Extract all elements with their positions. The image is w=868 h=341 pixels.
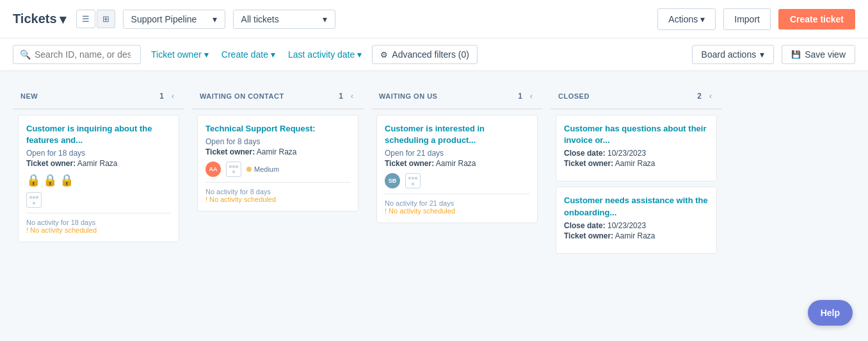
title-dropdown-arrow[interactable]: ▾ (60, 12, 66, 27)
grid-icon (405, 173, 421, 188)
board-view-btn[interactable]: ⊞ (97, 10, 115, 28)
last-activity-filter[interactable]: Last activity date ▾ (285, 46, 364, 63)
list-view-btn[interactable]: ☰ (76, 10, 95, 28)
card-close-date: Close date: 10/23/2023 (564, 149, 709, 158)
ticket-card[interactable]: Customer is inquiring about the features… (18, 115, 179, 242)
actions-button[interactable]: Actions ▾ (657, 8, 716, 30)
column-title-new: NEW (20, 92, 159, 100)
search-input[interactable] (35, 49, 131, 60)
pipeline-select[interactable]: Support Pipeline ▾ (123, 10, 225, 29)
column-header-waiting_on_us: WAITING ON US1‹ (371, 84, 543, 110)
column-count-new: 1 (159, 92, 164, 101)
avatar: AA (205, 162, 221, 177)
ticket-card[interactable]: Technical Support Request:Open for 8 day… (197, 115, 358, 212)
column-title-waiting_on_us: WAITING ON US (379, 92, 518, 100)
import-button[interactable]: Import (723, 8, 771, 30)
ticket-owner-filter[interactable]: Ticket owner ▾ (149, 46, 211, 63)
card-no-activity: No activity for 8 days (205, 188, 350, 195)
column-header-closed: CLOSED2‹ (551, 84, 722, 110)
card-no-scheduled: ! No activity scheduled (385, 207, 529, 215)
filter-bar: 🔍 Ticket owner ▾ Create date ▾ Last acti… (0, 38, 868, 71)
collapse-btn-closed[interactable]: ‹ (707, 90, 714, 102)
card-owner: Ticket owner: Aamir Raza (26, 159, 171, 168)
card-footer (26, 192, 171, 208)
card-no-scheduled: ! No activity scheduled (205, 195, 350, 203)
card-title[interactable]: Customer is inquiring about the features… (26, 123, 171, 146)
card-open-days: Open for 21 days (385, 149, 529, 158)
ticket-card[interactable]: Customer needs assistance with the onboa… (556, 187, 717, 253)
create-ticket-button[interactable]: Create ticket (778, 9, 855, 29)
ticket-card[interactable]: Customer has questions about their invoi… (556, 115, 717, 181)
filter-icon: ⚙ (380, 50, 388, 60)
card-locks: 🔒🔒🔒 (26, 173, 171, 187)
search-icon: 🔍 (20, 49, 31, 60)
cards-closed: Customer has questions about their invoi… (551, 110, 722, 259)
board: NEW1‹Customer is inquiring about the fea… (0, 71, 868, 329)
card-no-activity: No activity for 21 days (385, 199, 529, 207)
collapse-btn-waiting_on_us[interactable]: ‹ (527, 90, 535, 102)
priority-badge: Medium (246, 165, 279, 173)
card-owner: Ticket owner: Aamir Raza (385, 159, 529, 168)
cards-waiting_on_us: Customer is interested in scheduling a p… (371, 110, 543, 228)
card-owner: Ticket owner: Aamir Raza (205, 147, 350, 156)
collapse-btn-waiting_on_contact[interactable]: ‹ (348, 90, 356, 102)
card-footer: SB (385, 173, 529, 188)
card-title[interactable]: Technical Support Request: (205, 123, 350, 135)
top-bar: Tickets ▾ ☰ ⊞ Support Pipeline ▾ All tic… (0, 0, 868, 38)
advanced-filters-button[interactable]: ⚙ Advanced filters (0) (372, 45, 478, 64)
board-actions-button[interactable]: Board actions ▾ (692, 45, 775, 64)
card-open-days: Open for 18 days (26, 149, 171, 158)
lock-icon: 🔒 (60, 173, 74, 187)
cards-waiting_on_contact: Technical Support Request:Open for 8 day… (192, 110, 364, 217)
app-title-text: Tickets (13, 12, 57, 26)
column-count-closed: 2 (697, 92, 702, 101)
cards-new: Customer is inquiring about the features… (13, 110, 184, 247)
card-title[interactable]: Customer needs assistance with the onboa… (564, 195, 709, 218)
card-no-scheduled: ! No activity scheduled (26, 226, 171, 234)
avatar: SB (385, 173, 400, 188)
column-header-waiting_on_contact: WAITING ON CONTACT1‹ (192, 84, 364, 110)
column-waiting_on_contact: WAITING ON CONTACT1‹Technical Support Re… (192, 84, 364, 217)
column-title-waiting_on_contact: WAITING ON CONTACT (200, 92, 339, 100)
save-icon: 💾 (791, 50, 801, 59)
grid-icon (226, 162, 241, 177)
help-button[interactable]: Help (808, 300, 853, 326)
app-title: Tickets ▾ (13, 12, 66, 27)
column-title-closed: CLOSED (558, 92, 697, 100)
create-date-filter[interactable]: Create date ▾ (219, 46, 278, 63)
column-new: NEW1‹Customer is inquiring about the fea… (13, 84, 184, 247)
column-count-waiting_on_contact: 1 (339, 92, 343, 101)
card-owner: Ticket owner: Aamir Raza (564, 159, 709, 168)
card-divider (385, 194, 529, 194)
column-closed: CLOSED2‹Customer has questions about the… (551, 84, 722, 259)
lock-icon: 🔒 (26, 173, 40, 187)
collapse-btn-new[interactable]: ‹ (169, 90, 177, 102)
card-owner: Ticket owner: Aamir Raza (564, 231, 709, 240)
lock-icon: 🔒 (43, 173, 57, 187)
search-box[interactable]: 🔍 (13, 45, 141, 64)
card-divider (205, 182, 350, 183)
column-count-waiting_on_us: 1 (518, 92, 522, 101)
card-title[interactable]: Customer has questions about their invoi… (564, 123, 709, 146)
card-no-activity: No activity for 18 days (26, 219, 171, 226)
card-open-days: Open for 8 days (205, 137, 350, 146)
ticket-card[interactable]: Customer is interested in scheduling a p… (376, 115, 538, 223)
grid-icon (26, 192, 42, 208)
priority-dot (246, 167, 252, 172)
column-header-new: NEW1‹ (13, 84, 184, 110)
card-close-date: Close date: 10/23/2023 (564, 221, 709, 230)
card-divider (26, 213, 171, 213)
card-title[interactable]: Customer is interested in scheduling a p… (385, 123, 529, 146)
card-footer: AAMedium (205, 162, 350, 177)
view-toggles: ☰ ⊞ (76, 10, 115, 28)
column-waiting_on_us: WAITING ON US1‹Customer is interested in… (371, 84, 543, 228)
tickets-filter-select[interactable]: All tickets ▾ (233, 10, 335, 29)
save-view-button[interactable]: 💾 Save view (782, 45, 855, 64)
